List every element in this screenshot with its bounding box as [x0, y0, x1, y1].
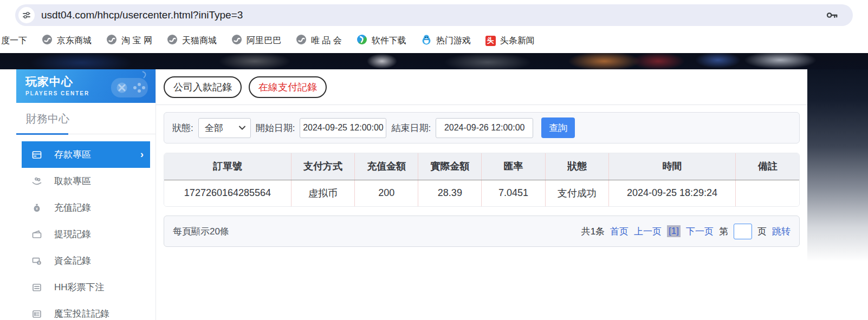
- jump-prefix-label: 第: [719, 225, 728, 238]
- col-payment-method: 支付方式: [291, 153, 354, 180]
- col-remark: 備註: [736, 153, 799, 180]
- bullet-list-icon: [31, 309, 43, 319]
- section-title: 財務中心: [26, 112, 156, 126]
- sidebar-item-bet-record[interactable]: 魔宝投註記錄: [16, 301, 156, 320]
- table-header-row: 訂單號 支付方式 充值金額 實際金額 匯率 狀態 時間 備註: [164, 153, 799, 180]
- tab-company-deposit-record[interactable]: 公司入款記錄: [164, 76, 242, 98]
- url-text[interactable]: usdt04.com/hhcp/usercenter.html?iniType=…: [41, 9, 825, 21]
- cell-order-no: 1727260164285564: [164, 180, 291, 206]
- cell-exchange-rate: 7.0451: [482, 180, 545, 206]
- banknote-coin-icon: ¥: [31, 256, 43, 266]
- bookmark-tmall[interactable]: 天猫商城: [167, 34, 217, 47]
- sidebar-item-funds-record[interactable]: ¥ 資金記錄: [16, 247, 156, 274]
- penguin-icon: [421, 34, 432, 47]
- site-settings-icon[interactable]: [18, 7, 35, 23]
- sidebar: 玩家中心 PLAYERS CENTER 財務中心 存款專區 › 取款專區 ¥ 充…: [16, 69, 156, 320]
- status-select[interactable]: 全部: [198, 118, 251, 138]
- sidebar-item-withdraw-record[interactable]: 提現記錄: [16, 221, 156, 247]
- section-underline: [16, 133, 156, 135]
- sidebar-item-label: 魔宝投註記錄: [54, 308, 109, 320]
- first-page-link[interactable]: 首页: [610, 225, 629, 238]
- bookmark-label: 淘 宝 网: [121, 35, 152, 47]
- bookmark-label: 天猫商城: [182, 35, 217, 47]
- cell-recharge-amount: 200: [355, 180, 418, 206]
- browser-chrome: usdt04.com/hhcp/usercenter.html?iniType=…: [0, 0, 868, 28]
- page-background-banner: [0, 53, 868, 69]
- sidebar-item-label: 提現記錄: [54, 228, 91, 240]
- bookmark-label: 热门游戏: [436, 35, 471, 47]
- sidebar-item-deposit[interactable]: 存款專區 ›: [22, 141, 150, 168]
- bookmark-toutiao-news[interactable]: 头 头条新闻: [485, 35, 535, 47]
- jump-suffix-label: 页: [757, 225, 767, 238]
- start-date-label: 開始日期:: [256, 122, 295, 134]
- sidebar-item-hh-lottery-bet[interactable]: HH彩票下注: [16, 274, 156, 301]
- next-page-link[interactable]: 下一页: [686, 225, 714, 238]
- list-card-icon: [31, 282, 43, 293]
- gray-globe-icon: [106, 34, 117, 47]
- pagination-bar: 每頁顯示20條 共1条 首页 上一页 [1] 下一页 第 页 跳转: [164, 215, 800, 247]
- bookmark-label: 软件下载: [372, 35, 406, 47]
- sidebar-item-recharge-record[interactable]: ¥ 充值記錄: [16, 194, 156, 221]
- bookmark-taobao[interactable]: 淘 宝 网: [106, 34, 152, 47]
- finance-center-section: 財務中心: [16, 103, 156, 126]
- software-download-icon: [357, 34, 367, 47]
- address-bar[interactable]: usdt04.com/hhcp/usercenter.html?iniType=…: [15, 4, 853, 26]
- bookmark-jd[interactable]: 京东商城: [42, 34, 92, 47]
- gray-globe-icon: [231, 34, 242, 47]
- jump-action-link[interactable]: 跳转: [772, 225, 791, 238]
- page-jump-input[interactable]: [734, 224, 752, 239]
- records-table: 訂單號 支付方式 充值金額 實際金額 匯率 狀態 時間 備註 172726016…: [164, 153, 800, 207]
- gamepad-icon: [105, 70, 154, 103]
- sidebar-item-label: 存款專區: [54, 148, 91, 161]
- sidebar-item-label: 取款專區: [54, 175, 91, 187]
- col-exchange-rate: 匯率: [482, 153, 545, 180]
- players-center-header: 玩家中心 PLAYERS CENTER: [16, 69, 156, 103]
- sidebar-item-label: 充值記錄: [54, 201, 91, 214]
- bookmarks-bar: 度一下 京东商城 淘 宝 网 天猫商城 阿里巴巴 唯 品 会 软件下载 热门游戏…: [0, 28, 868, 53]
- chevron-right-icon: ›: [140, 149, 144, 160]
- col-actual-amount: 實際金額: [418, 153, 482, 180]
- bookmark-label: 度一下: [1, 35, 27, 47]
- sidebar-item-withdraw[interactable]: 取款專區: [16, 168, 156, 194]
- bookmark-software-download[interactable]: 软件下载: [357, 34, 406, 47]
- pagination-controls: 共1条 首页 上一页 [1] 下一页 第 页 跳转: [581, 224, 791, 239]
- content-area: 狀態: 全部 開始日期: 結束日期: 查詢 訂單號 支付方式: [156, 105, 807, 254]
- col-order-no: 訂單號: [164, 153, 291, 180]
- end-date-input[interactable]: [436, 118, 533, 138]
- gray-globe-icon: [42, 34, 53, 47]
- total-count-label: 共1条: [581, 225, 605, 238]
- bookmark-label: 阿里巴巴: [247, 35, 281, 47]
- svg-text:¥: ¥: [36, 207, 38, 211]
- main-panel: 公司入款記錄 在線支付記錄 狀態: 全部 開始日期: 結束日期: 查詢: [156, 69, 807, 320]
- wallet-icon: [31, 229, 43, 240]
- svg-text:¥: ¥: [38, 260, 40, 264]
- sidebar-item-label: 資金記錄: [54, 254, 91, 267]
- end-date-label: 結束日期:: [391, 122, 431, 134]
- record-tabs: 公司入款記錄 在線支付記錄: [156, 69, 807, 105]
- gray-globe-icon: [296, 34, 307, 47]
- bookmark-label: 头条新闻: [500, 35, 535, 47]
- bookmark-vip[interactable]: 唯 品 会: [296, 34, 342, 47]
- filter-bar: 狀態: 全部 開始日期: 結束日期: 查詢: [164, 112, 800, 143]
- chevron-down-icon: [238, 122, 246, 133]
- deposit-icon: [31, 149, 43, 160]
- col-time: 時間: [608, 153, 735, 180]
- start-date-input[interactable]: [300, 118, 386, 138]
- bookmark-hot-games[interactable]: 热门游戏: [421, 34, 471, 47]
- table-row: 1727260164285564 虚拟币 200 28.39 7.0451 支付…: [164, 180, 799, 206]
- query-button[interactable]: 查詢: [541, 117, 575, 138]
- per-page-label: 每頁顯示20條: [173, 225, 229, 238]
- withdraw-icon: [31, 176, 43, 187]
- password-key-icon[interactable]: [825, 8, 839, 22]
- bookmark-baidu[interactable]: 度一下: [1, 35, 27, 47]
- col-status: 狀態: [545, 153, 608, 180]
- col-recharge-amount: 充值金額: [355, 153, 418, 180]
- tab-online-payment-record[interactable]: 在線支付記錄: [249, 76, 327, 98]
- bookmark-alibaba[interactable]: 阿里巴巴: [231, 34, 281, 47]
- status-label: 狀態:: [172, 122, 193, 134]
- cell-actual-amount: 28.39: [418, 180, 482, 206]
- prev-page-link[interactable]: 上一页: [634, 225, 662, 238]
- sidebar-item-label: HH彩票下注: [54, 281, 105, 293]
- cell-status: 支付成功: [545, 180, 608, 206]
- cell-payment-method: 虚拟币: [291, 180, 354, 206]
